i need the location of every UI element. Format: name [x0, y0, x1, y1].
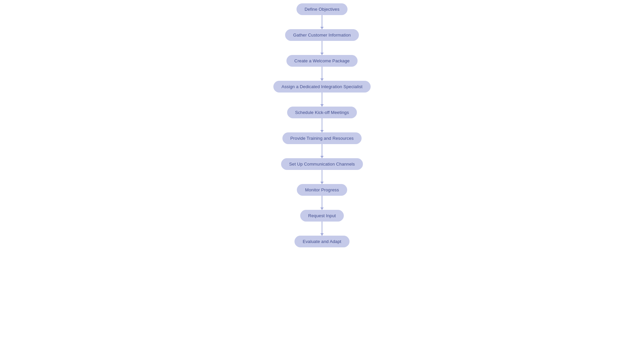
- connector-2: [322, 41, 322, 55]
- node-provide-training[interactable]: Provide Training and Resources: [282, 132, 362, 144]
- node-evaluate-adapt[interactable]: Evaluate and Adapt: [294, 236, 349, 247]
- connector-1: [322, 15, 322, 29]
- connector-8: [322, 196, 322, 210]
- connector-9: [322, 222, 322, 236]
- node-monitor-progress[interactable]: Monitor Progress: [297, 184, 347, 196]
- node-define-objectives[interactable]: Define Objectives: [297, 3, 347, 15]
- connector-3: [322, 67, 322, 81]
- diagram-container: Define Objectives Gather Customer Inform…: [0, 0, 644, 363]
- connector-5: [322, 118, 322, 132]
- node-assign-specialist[interactable]: Assign a Dedicated Integration Specialis…: [273, 81, 371, 93]
- node-gather-customer-info[interactable]: Gather Customer Information: [285, 29, 359, 41]
- node-request-input[interactable]: Request Input: [300, 210, 344, 222]
- node-setup-communication[interactable]: Set Up Communication Channels: [281, 158, 363, 170]
- connector-6: [322, 144, 322, 158]
- node-create-welcome-package[interactable]: Create a Welcome Package: [286, 55, 358, 67]
- connector-7: [322, 170, 322, 184]
- flow-wrapper: Define Objectives Gather Customer Inform…: [273, 3, 371, 247]
- node-schedule-kickoff[interactable]: Schedule Kick-off Meetings: [287, 107, 357, 118]
- connector-4: [322, 93, 322, 107]
